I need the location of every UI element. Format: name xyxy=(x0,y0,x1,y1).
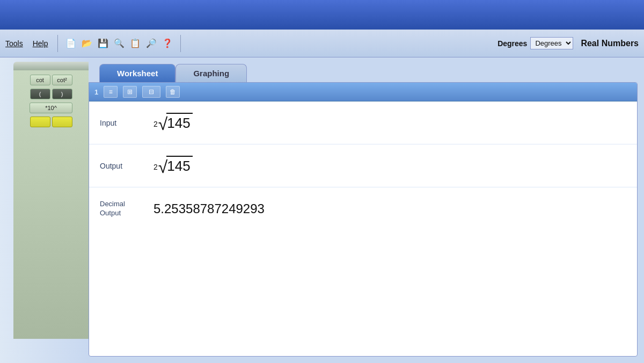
ws-icon-delete[interactable]: 🗑 xyxy=(166,86,180,98)
input-expression: 2√145 xyxy=(153,113,193,133)
save-icon[interactable]: 💾 xyxy=(96,36,111,51)
toolbar-icons: 📄 📂 💾 🔍 📋 🔎 ❓ xyxy=(63,36,175,51)
output-label: Output xyxy=(100,162,153,170)
input-label: Input xyxy=(100,119,153,127)
ws-icon-list[interactable]: ≡ xyxy=(104,86,118,98)
cot-button[interactable]: cot xyxy=(30,75,50,85)
open-icon[interactable]: 📂 xyxy=(79,36,94,51)
top-bar xyxy=(0,0,644,30)
worksheet-panel: 1 ≡ ⊞ ⊟ 🗑 Input 2√145 xyxy=(89,82,638,357)
input-content: 2√145 xyxy=(153,113,626,133)
cot2-button[interactable]: cot² xyxy=(52,75,72,85)
output-radical: 2√145 xyxy=(153,156,193,176)
decimal-output-label: DecimalOutput xyxy=(100,200,153,218)
degrees-label: Degrees xyxy=(497,39,527,48)
content-area: Worksheet Graphing 1 ≡ ⊞ ⊟ 🗑 Input xyxy=(89,57,644,363)
help-icon[interactable]: ❓ xyxy=(160,36,175,51)
tabs-row: Worksheet Graphing xyxy=(89,64,638,82)
toolbar: Tools Help 📄 📂 💾 🔍 📋 🔎 ❓ Degrees Degrees… xyxy=(0,30,644,57)
main-area: cot cot² ( ) *10^ xyxy=(0,57,644,363)
separator-1 xyxy=(57,35,58,52)
tab-graphing[interactable]: Graphing xyxy=(175,64,247,82)
input-radical-index: 2 xyxy=(153,120,158,128)
output-radical-radicand: 145 xyxy=(166,156,192,176)
row-number: 1 xyxy=(94,88,98,96)
new-icon[interactable]: 📄 xyxy=(63,36,78,51)
tab-worksheet[interactable]: Worksheet xyxy=(99,64,175,82)
ws-icon-grid[interactable]: ⊞ xyxy=(123,86,137,98)
input-radical: 2√145 xyxy=(153,113,193,133)
calc-row-3: *10^ xyxy=(17,103,85,113)
calc-row-yellow xyxy=(17,117,85,127)
separator-2 xyxy=(180,35,181,52)
open-paren-button[interactable]: ( xyxy=(30,89,50,99)
output-row: Output 2√145 xyxy=(89,144,637,187)
real-numbers-label: Real Numbers xyxy=(581,39,639,48)
worksheet-toolbar: 1 ≡ ⊞ ⊟ 🗑 xyxy=(89,83,637,101)
degrees-dropdown[interactable]: Degrees Radians xyxy=(530,37,573,49)
zoom-icon[interactable]: 🔎 xyxy=(144,36,159,51)
decimal-output-value: 5.25358787249293 xyxy=(153,201,265,216)
sidebar: cot cot² ( ) *10^ xyxy=(0,57,89,363)
decimal-output-content: 5.25358787249293 xyxy=(153,201,626,216)
decimal-output-row: DecimalOutput 5.25358787249293 xyxy=(89,187,637,230)
yellow-btn-1[interactable] xyxy=(30,117,50,127)
output-content: 2√145 xyxy=(153,156,626,176)
calc-row-2: ( ) xyxy=(17,89,85,99)
ws-icon-table[interactable]: ⊟ xyxy=(142,86,160,98)
yellow-btn-2[interactable] xyxy=(52,117,72,127)
toolbar-right: Degrees Degrees Radians Real Numbers xyxy=(497,37,639,49)
input-radical-radicand: 145 xyxy=(166,113,192,133)
close-paren-button[interactable]: ) xyxy=(52,89,72,99)
menu-bar: Tools Help xyxy=(5,39,48,48)
sidebar-top-strip xyxy=(13,62,89,70)
calc-row-1: cot cot² xyxy=(17,75,85,85)
help-menu[interactable]: Help xyxy=(33,39,48,48)
copy-icon[interactable]: 📋 xyxy=(128,36,143,51)
input-row: Input 2√145 xyxy=(89,101,637,144)
find-icon[interactable]: 🔍 xyxy=(112,36,127,51)
tools-menu[interactable]: Tools xyxy=(5,39,23,48)
output-expression: 2√145 xyxy=(153,156,193,176)
times10-button[interactable]: *10^ xyxy=(30,103,72,113)
output-radical-index: 2 xyxy=(153,163,158,171)
sidebar-body: cot cot² ( ) *10^ xyxy=(13,70,89,339)
worksheet-rows: Input 2√145 Output xyxy=(89,101,637,356)
